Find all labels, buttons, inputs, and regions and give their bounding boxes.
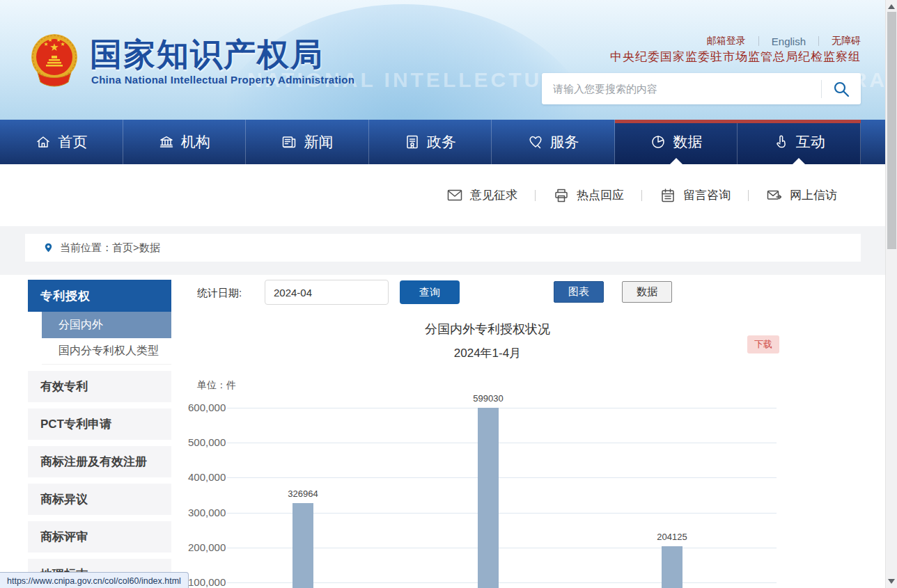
svg-text:★: ★	[47, 37, 52, 43]
subnav-separator	[535, 190, 536, 201]
bar-1	[292, 503, 313, 588]
site-subtitle: China National Intellectual Property Adm…	[91, 74, 354, 86]
download-button[interactable]: 下载	[747, 335, 779, 353]
breadcrumb-path[interactable]: 首页>数据	[112, 241, 160, 255]
subnav-separator	[748, 190, 749, 201]
printer-icon	[553, 187, 570, 204]
top-link-separator	[758, 36, 759, 46]
search-button[interactable]	[822, 73, 861, 104]
pie-chart-icon	[650, 134, 666, 150]
scrollbar-thumb[interactable]	[887, 12, 896, 249]
search-input[interactable]	[542, 83, 821, 95]
top-link-1[interactable]: 邮箱登录	[707, 35, 746, 47]
nav-tab-label: 首页	[58, 132, 87, 152]
subnav-item-label: 网上信访	[790, 187, 837, 203]
bar-value-label: 326964	[272, 488, 334, 499]
dropdown-caret	[793, 158, 805, 164]
nav-tab-label: 机构	[181, 132, 210, 152]
gridline	[227, 408, 777, 408]
sidebar-subitem-2[interactable]: 国内分专利权人类型	[42, 338, 171, 365]
sidebar-item-2[interactable]: PCT专利申请	[28, 408, 171, 440]
gov-doc-icon	[404, 134, 421, 150]
bar-3	[662, 546, 682, 588]
subnav-separator	[641, 190, 642, 201]
nav-tab-label: 政务	[427, 132, 456, 152]
y-tick-label: 500,000	[188, 436, 221, 450]
supervision-link[interactable]: 中央纪委国家监委驻市场监管总局纪检监察组	[610, 49, 861, 65]
sidebar-item-5[interactable]: 商标评审	[28, 521, 171, 553]
subnav-item-label: 意见征求	[470, 187, 517, 203]
mail-send-icon	[766, 187, 783, 204]
report-title: 分国内外专利授权状况	[188, 321, 787, 337]
nav-tab-2[interactable]: 机构	[123, 120, 247, 164]
sidebar-subitem-1[interactable]: 分国内外	[42, 312, 171, 338]
sidebar-item-3[interactable]: 商标注册及有效注册	[28, 446, 171, 477]
notepad-icon	[660, 187, 676, 204]
subnav-item-4[interactable]: 网上信访	[766, 187, 837, 204]
nav-tab-5[interactable]: 服务	[492, 120, 615, 164]
site-header: NATIONAL INTELLECTUAL PROPERTY ADMINISTR…	[0, 0, 885, 120]
subnav-item-label: 留言咨询	[683, 187, 731, 203]
subnav-item-2[interactable]: 热点回应	[553, 187, 624, 204]
nav-tab-label: 互动	[796, 132, 825, 152]
breadcrumb-prefix: 当前位置：	[60, 241, 112, 255]
bar-value-label: 204125	[641, 532, 703, 542]
status-url: https://www.cnipa.gov.cn/col/col60/index…	[0, 572, 189, 588]
data-view-button[interactable]: 数据	[622, 281, 672, 303]
breadcrumb-band: 当前位置： 首页>数据	[0, 226, 885, 275]
dropdown-caret	[670, 158, 682, 164]
subnav-item-3[interactable]: 留言咨询	[660, 187, 731, 204]
top-link-2[interactable]: English	[772, 35, 806, 47]
breadcrumb: 当前位置： 首页>数据	[25, 234, 861, 262]
sidebar-item-4[interactable]: 商标异议	[28, 484, 171, 515]
nav-tab-label: 新闻	[304, 132, 333, 152]
scrollbar[interactable]	[885, 0, 897, 588]
chart-view-button[interactable]: 图表	[554, 281, 604, 303]
home-icon	[35, 134, 52, 150]
mail-icon	[446, 187, 463, 204]
y-tick-label: 600,000	[188, 401, 221, 415]
news-icon	[281, 134, 297, 150]
top-link-3[interactable]: 无障碍	[832, 35, 861, 47]
top-links: 邮箱登录English无障碍	[707, 35, 861, 47]
nav-tab-label: 服务	[550, 132, 579, 152]
subnav-panel: 意见征求热点回应留言咨询网上信访	[25, 164, 861, 226]
service-heart-icon	[527, 134, 544, 150]
search-icon	[832, 80, 850, 98]
nav-accent-bar	[615, 120, 861, 123]
y-tick-label: 200,000	[188, 541, 221, 555]
gridline	[227, 477, 777, 478]
sidebar: 专利授权分国内外国内分专利权人类型有效专利PCT专利申请商标注册及有效注册商标异…	[28, 280, 171, 588]
subnav-item-1[interactable]: 意见征求	[446, 187, 517, 204]
bank-icon	[158, 134, 175, 150]
y-tick-label: 100,000	[188, 575, 221, 588]
svg-text:★: ★	[60, 41, 65, 47]
subnav-item-label: 热点回应	[577, 187, 624, 203]
search-bar	[542, 73, 861, 104]
page: NATIONAL INTELLECTUAL PROPERTY ADMINISTR…	[0, 0, 897, 588]
bar-chart: 600,000500,000400,000300,000200,000100,0…	[188, 376, 801, 588]
scroll-down-arrow-icon[interactable]	[888, 579, 895, 584]
nav-tab-label: 数据	[673, 132, 702, 152]
nav-tab-1[interactable]: 首页	[0, 120, 123, 164]
nav-tab-4[interactable]: 政务	[369, 120, 492, 164]
date-input[interactable]	[265, 280, 389, 305]
hand-pointer-icon	[773, 134, 790, 150]
query-button[interactable]: 查询	[400, 280, 460, 304]
location-pin-icon	[43, 241, 54, 255]
y-tick-label: 400,000	[188, 470, 221, 484]
sidebar-item-1[interactable]: 有效专利	[28, 371, 171, 402]
gridline	[227, 443, 777, 443]
nav-tab-7[interactable]: 互动	[738, 120, 861, 164]
report-subtitle: 2024年1-4月	[188, 345, 787, 361]
sidebar-group-patent-grant[interactable]: 专利授权	[28, 280, 171, 312]
bar-2	[478, 408, 499, 588]
nav-tab-6[interactable]: 数据	[615, 120, 738, 164]
nav-tab-3[interactable]: 新闻	[246, 120, 369, 164]
y-tick-label: 300,000	[188, 506, 221, 520]
scroll-up-arrow-icon[interactable]	[888, 4, 895, 9]
bar-value-label: 599030	[457, 393, 520, 404]
date-label: 统计日期:	[197, 287, 242, 300]
national-emblem-logo: ★ ★ ★ ★ ★	[26, 31, 82, 92]
top-link-separator	[818, 36, 819, 46]
